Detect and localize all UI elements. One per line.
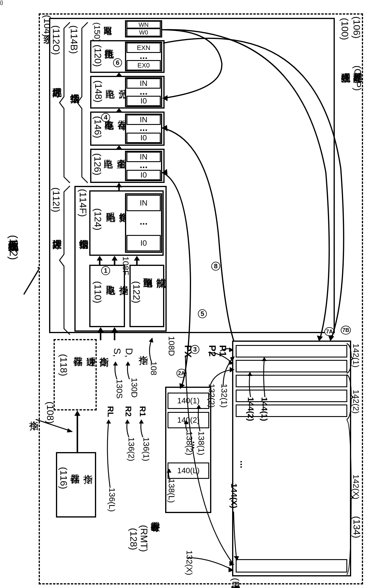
step-6: 6 <box>113 58 122 67</box>
ref142-2: 142(2) <box>351 390 361 414</box>
ref132-X: 132(X) <box>185 550 194 575</box>
RL: RL <box>106 406 115 417</box>
ref138-L: 138(L) <box>167 479 176 503</box>
step-7B: 7B <box>341 326 351 335</box>
ref-108-alone: 108 <box>149 361 158 375</box>
ctrlflow-ref: (122) <box>131 281 142 303</box>
ref144-X: 144(X) <box>229 483 239 508</box>
rmt-140-2: 140(2) <box>168 412 209 428</box>
oop-ref: (106) <box>351 16 362 39</box>
R1: R1 <box>138 406 147 417</box>
rmt-ref: (128) <box>128 528 139 550</box>
dispatch-in: IN <box>126 78 161 89</box>
ref-130D: 130D <box>129 378 139 398</box>
ref144-1: 144(1) <box>259 397 269 421</box>
ref136-2: 136(2) <box>126 437 136 461</box>
prf-row-p2 <box>236 360 347 372</box>
wb-ref: (150) <box>92 22 102 42</box>
rename-dots: ··· <box>135 164 152 171</box>
prf-label: 物理寄存器堆(PRF) <box>229 578 242 588</box>
rename-in: IN <box>126 152 161 162</box>
prf-vdots: ··· <box>234 458 243 471</box>
prf-row-p1 <box>236 345 347 357</box>
ref138-2: 138(2) <box>185 431 194 455</box>
frontend-ref: (114F) <box>77 189 88 217</box>
instr-mem-ref: (116) <box>58 467 69 489</box>
instr-S: S, <box>112 348 123 357</box>
backend-ref: (114B) <box>68 25 79 54</box>
oop-label: 乱序处理器(OoP) <box>351 65 364 91</box>
icache-ref: (118) <box>58 354 69 376</box>
exec-ref: (120) <box>92 45 103 67</box>
instr-D: D, <box>123 348 135 357</box>
racc-dots: ··· <box>135 126 152 134</box>
step-7A: 7A <box>324 327 334 336</box>
P2: P2 <box>207 345 218 357</box>
ref-130S: 130S <box>115 379 124 399</box>
ref-108D: 108D <box>167 336 176 356</box>
ref136-1: 136(1) <box>141 437 151 461</box>
decode-ref: (124) <box>92 208 103 231</box>
ref142-1: 142(1) <box>351 344 361 368</box>
dispatch-dots: ··· <box>135 90 152 98</box>
step-8: 8 <box>211 262 220 271</box>
P1: P1 <box>217 345 228 357</box>
ref132-1: 132(1) <box>219 384 229 408</box>
PX: PX <box>182 345 193 358</box>
step-2A: 2A <box>176 369 187 378</box>
ref136-L: 136(L) <box>107 488 117 512</box>
rmt-140-L: 140(L) <box>168 462 209 479</box>
racc-in: IN <box>126 115 161 125</box>
ips-ref: (100) <box>339 18 350 40</box>
ref144-2: 144(2) <box>246 397 255 421</box>
cpu-system-title: 中央处理单元系统 (102) <box>6 232 21 260</box>
exec-dots: ··· <box>135 54 152 62</box>
exec-n: EXN <box>126 43 161 53</box>
step-5: 5 <box>198 309 207 318</box>
ref138-1: 138(1) <box>196 431 206 455</box>
ooo-ref: (112O) <box>51 25 62 55</box>
dispatch-ref: (148) <box>93 80 104 103</box>
rename-ref: (126) <box>92 153 103 175</box>
fetch-ref: (110) <box>92 281 103 303</box>
rmt-abbr: (RMT) <box>138 525 149 552</box>
step-1: 1 <box>101 266 110 275</box>
decode-dots: ··· <box>135 220 152 228</box>
ref-108F: 108F <box>121 256 130 275</box>
step-4: 4 <box>101 113 110 122</box>
R2: R2 <box>123 406 133 417</box>
wb-n: WN <box>126 21 161 29</box>
decode-i0: I0 <box>126 235 161 251</box>
inorder-ref: (112I) <box>51 187 62 212</box>
wb-0: W0 <box>126 28 161 37</box>
decode-in: IN <box>126 195 161 211</box>
prf-ref: (134) <box>351 516 362 538</box>
ref132-2: 132(2) <box>207 384 216 408</box>
rmt-140-1: 140(1) <box>168 393 209 409</box>
prf-row-3 <box>236 375 347 387</box>
prf-row-px <box>236 559 347 573</box>
ref142-X: 142(X) <box>351 474 361 499</box>
